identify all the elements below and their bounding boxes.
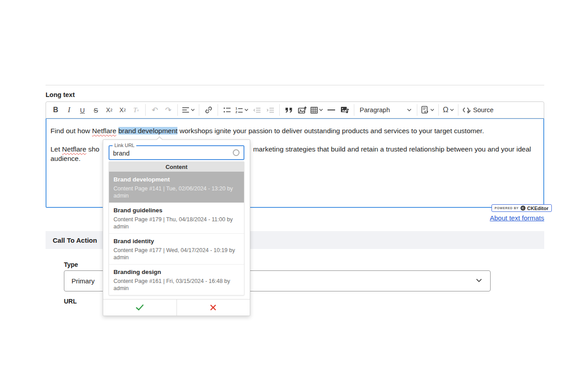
- italic-button[interactable]: I: [63, 103, 76, 117]
- result-title: Brand development: [113, 176, 239, 183]
- close-icon: [210, 304, 216, 311]
- ckeditor-badge: POWERED BY C CKEditor: [491, 204, 552, 212]
- outdent-button[interactable]: [250, 103, 263, 117]
- source-label: Source: [473, 106, 494, 114]
- image-upload-icon: [298, 106, 307, 114]
- link-url-floating-label: Link URL: [113, 143, 136, 148]
- svg-text:1: 1: [235, 107, 237, 110]
- toolbar-separator: [177, 104, 178, 116]
- link-url-input[interactable]: [109, 146, 228, 159]
- special-characters-dropdown[interactable]: Ω: [441, 103, 455, 117]
- table-icon: [311, 107, 318, 114]
- type-select-value: Primary: [71, 277, 95, 285]
- strikethrough-button[interactable]: S: [89, 103, 102, 117]
- paragraph-style-dropdown[interactable]: Paragraph: [357, 103, 414, 117]
- field-label-long-text: Long text: [46, 91, 75, 98]
- code-block-icon: [421, 106, 429, 114]
- result-meta: Content Page #161 | Fri, 03/15/2024 - 16…: [113, 278, 239, 292]
- outdent-icon: [253, 107, 261, 113]
- underline-button[interactable]: U: [76, 103, 89, 117]
- cancel-link-button[interactable]: [177, 299, 250, 316]
- media-icon: [340, 106, 349, 114]
- misspelled-word: Netflare: [92, 127, 116, 135]
- top-divider: [46, 85, 544, 85]
- checkmark-icon: [136, 304, 144, 311]
- redo-button[interactable]: ↷: [162, 103, 175, 117]
- paragraph-1: Find out how Netflare brand development …: [50, 126, 539, 135]
- loading-spinner-icon: [233, 149, 239, 156]
- url-field-label: URL: [64, 298, 77, 305]
- source-icon: [462, 106, 471, 114]
- link-url-field: Link URL: [109, 145, 244, 160]
- type-field-label: Type: [64, 261, 78, 268]
- insert-table-dropdown[interactable]: [309, 103, 324, 117]
- result-item[interactable]: Brand identity Content Page #177 | Wed, …: [109, 233, 244, 264]
- horizontal-line-button[interactable]: [325, 103, 338, 117]
- save-link-button[interactable]: [103, 299, 177, 316]
- insert-image-button[interactable]: [296, 103, 309, 117]
- code-block-dropdown[interactable]: [420, 103, 436, 117]
- toolbar-separator: [417, 104, 417, 116]
- indent-icon: [266, 107, 274, 113]
- subscript-button[interactable]: X2: [116, 103, 129, 117]
- undo-button[interactable]: ↶: [148, 103, 161, 117]
- source-editing-button[interactable]: Source: [461, 103, 495, 117]
- popup-actions-bar: [103, 299, 250, 316]
- chevron-down-icon: [244, 109, 248, 111]
- toolbar-separator: [438, 104, 439, 116]
- text-alignment-dropdown[interactable]: [181, 103, 196, 117]
- toolbar-separator: [458, 104, 458, 116]
- remove-format-button[interactable]: Tx: [130, 103, 143, 117]
- result-item[interactable]: Branding design Content Page #161 | Fri,…: [109, 264, 244, 295]
- link-balloon-popup: Link URL Content Brand development Conte…: [103, 139, 250, 316]
- result-item[interactable]: Brand development Content Page #141 | Tu…: [109, 172, 244, 202]
- block-quote-button[interactable]: [282, 103, 295, 117]
- chevron-down-icon: [476, 278, 482, 282]
- results-group-header: Content: [109, 162, 244, 172]
- result-title: Brand guidelines: [113, 207, 239, 214]
- toolbar-separator: [145, 104, 146, 116]
- paragraph-style-label: Paragraph: [360, 106, 390, 114]
- bold-button[interactable]: B: [49, 103, 62, 117]
- numbered-list-dropdown[interactable]: 12: [234, 103, 250, 117]
- powered-by-label: POWERED BY: [495, 207, 519, 210]
- editor-toolbar: B I U S X2 X2 Tx ↶ ↷ 12: [46, 101, 544, 118]
- cta-section-title: Call To Action: [53, 236, 97, 244]
- bulleted-list-icon: [223, 107, 231, 113]
- selected-text: brand development: [118, 127, 178, 135]
- ckeditor-logo-icon: C: [521, 206, 525, 211]
- about-text-formats-link[interactable]: About text formats: [490, 214, 544, 222]
- block-quote-icon: [285, 107, 293, 113]
- numbered-list-icon: 12: [235, 107, 243, 114]
- align-left-icon: [182, 107, 189, 113]
- result-meta: Content Page #141 | Tue, 02/06/2024 - 13…: [113, 185, 239, 199]
- chevron-down-icon: [191, 109, 195, 111]
- svg-text:2: 2: [235, 110, 237, 114]
- toolbar-separator: [354, 104, 354, 116]
- horizontal-line-icon: [328, 109, 335, 111]
- result-meta: Content Page #177 | Wed, 04/17/2024 - 10…: [113, 247, 239, 261]
- toolbar-separator: [279, 104, 280, 116]
- result-title: Brand identity: [113, 237, 239, 245]
- misspelled-word: Netflare: [62, 145, 86, 153]
- result-item[interactable]: Brand guidelines Content Page #179 | Thu…: [109, 202, 244, 233]
- omega-icon: Ω: [443, 105, 449, 114]
- indent-button[interactable]: [264, 103, 277, 117]
- autocomplete-results: Content Brand development Content Page #…: [109, 161, 244, 295]
- ckeditor-brand-label: CKEditor: [527, 206, 549, 211]
- toolbar-separator: [218, 104, 218, 116]
- bulleted-list-button[interactable]: [221, 103, 234, 117]
- insert-media-button[interactable]: [338, 103, 351, 117]
- result-meta: Content Page #179 | Thu, 04/18/2024 - 11…: [113, 216, 239, 230]
- superscript-button[interactable]: X2: [103, 103, 116, 117]
- chevron-down-icon: [319, 109, 323, 111]
- toolbar-separator: [199, 104, 199, 116]
- chevron-down-icon: [430, 109, 434, 111]
- link-icon: [205, 106, 213, 114]
- result-title: Branding design: [113, 268, 239, 276]
- chevron-down-icon: [450, 109, 454, 111]
- chevron-down-icon: [407, 109, 412, 112]
- link-button[interactable]: [202, 103, 215, 117]
